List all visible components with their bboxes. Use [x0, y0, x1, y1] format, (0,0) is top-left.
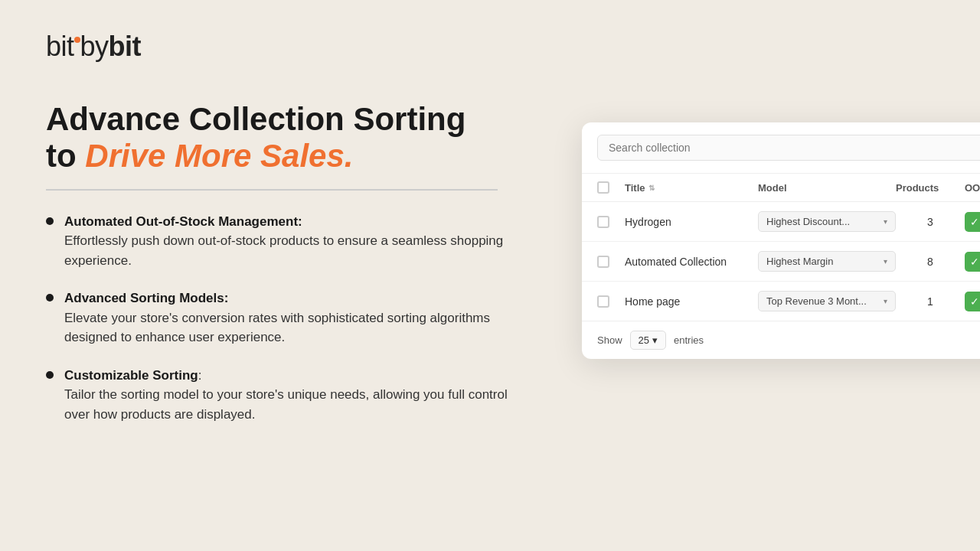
row-checkbox-2[interactable]	[597, 256, 609, 268]
table-body: Hydrogen Highest Discount... ▾ 3 ✓ Autom…	[582, 202, 980, 321]
feature-title-3: Customizable Sorting	[64, 368, 198, 383]
feature-text-2: Advanced Sorting Models: Elevate your st…	[64, 289, 536, 347]
row-title-3: Home page	[625, 295, 758, 308]
search-bar	[582, 122, 980, 174]
headline-line1: Advance Collection Sorting	[46, 101, 466, 137]
model-dropdown-1[interactable]: Highest Discount... ▾	[758, 211, 896, 232]
dropdown-arrow-2: ▾	[884, 257, 887, 266]
dropdown-arrow-3: ▾	[884, 297, 887, 305]
oos-badge-3[interactable]: ✓	[965, 292, 980, 311]
dropdown-arrow-1: ▾	[884, 217, 887, 226]
oos-badge-2[interactable]: ✓	[965, 252, 980, 272]
feature-title-2: Advanced Sorting Models:	[64, 291, 228, 305]
feature-text-3: Customizable Sorting: Tailor the sorting…	[64, 366, 536, 425]
model-value-1: Highest Discount...	[766, 216, 850, 227]
col-header-oos: OOS	[965, 182, 980, 194]
entries-dropdown-arrow: ▾	[652, 334, 658, 346]
oos-check-1: ✓	[970, 216, 979, 228]
row-title-2: Automated Collection	[625, 256, 758, 268]
search-input[interactable]	[597, 135, 980, 161]
feature-title-1: Automated Out-of-Stock Management:	[64, 214, 302, 229]
feature-title-suffix-3: :	[198, 368, 202, 383]
oos-check-3: ✓	[970, 295, 979, 308]
logo-dot	[74, 37, 80, 43]
entries-value: 25	[639, 334, 649, 346]
model-dropdown-2[interactable]: Highest Margin ▾	[758, 251, 896, 272]
table-row: Automated Collection Highest Margin ▾ 8 …	[582, 242, 980, 282]
col-title-label: Title	[625, 182, 645, 194]
entries-select[interactable]: 25 ▾	[630, 331, 666, 350]
bullet-2	[46, 294, 54, 302]
table-row: Hydrogen Highest Discount... ▾ 3 ✓	[582, 202, 980, 242]
row-checkbox-3[interactable]	[597, 295, 609, 308]
page-container: bitbybit Advance Collection Sorting to D…	[0, 0, 980, 551]
header-checkbox[interactable]	[597, 181, 609, 194]
show-label: Show	[597, 334, 622, 346]
row-title-1: Hydrogen	[625, 216, 758, 228]
right-column: Title ⇅ Model Products OOS Hydrogen High…	[582, 122, 980, 359]
feature-item-3: Customizable Sorting: Tailor the sorting…	[46, 366, 536, 425]
feature-desc-2: Elevate your store's conversion rates wi…	[64, 311, 490, 345]
model-value-2: Highest Margin	[766, 256, 833, 267]
headline-highlight: Drive More Sales.	[85, 138, 353, 174]
table-header: Title ⇅ Model Products OOS	[582, 174, 980, 202]
oos-badge-1[interactable]: ✓	[965, 212, 980, 232]
feature-desc-1: Effortlessly push down out-of-stock prod…	[64, 233, 503, 268]
logo: bitbybit	[46, 31, 536, 63]
headline: Advance Collection Sorting to Drive More…	[46, 101, 536, 175]
table-card: Title ⇅ Model Products OOS Hydrogen High…	[582, 122, 980, 359]
row-checkbox-1[interactable]	[597, 216, 609, 228]
products-count-3: 1	[896, 295, 965, 308]
sort-icon: ⇅	[648, 184, 655, 192]
logo-bit2: bit	[109, 31, 141, 62]
model-value-3: Top Revenue 3 Mont...	[766, 295, 867, 307]
col-header-products: Products	[896, 182, 965, 194]
divider	[46, 189, 498, 191]
model-dropdown-3[interactable]: Top Revenue 3 Mont... ▾	[758, 291, 896, 311]
logo-by: by	[80, 31, 109, 62]
logo-text: bitbybit	[46, 31, 141, 62]
feature-item-1: Automated Out-of-Stock Management: Effor…	[46, 212, 536, 271]
bullet-1	[46, 217, 54, 225]
table-footer: Show 25 ▾ entries	[582, 321, 980, 359]
feature-text-1: Automated Out-of-Stock Management: Effor…	[64, 212, 536, 271]
feature-item-2: Advanced Sorting Models: Elevate your st…	[46, 289, 536, 347]
bullet-3	[46, 371, 54, 379]
entries-label: entries	[674, 334, 704, 346]
feature-desc-3: Tailor the sorting model to your store's…	[64, 387, 508, 422]
products-count-2: 8	[896, 256, 965, 268]
left-column: bitbybit Advance Collection Sorting to D…	[46, 31, 536, 424]
products-count-1: 3	[896, 216, 965, 228]
table-row: Home page Top Revenue 3 Mont... ▾ 1 ✓	[582, 282, 980, 321]
logo-bit1: bit	[46, 31, 74, 62]
headline-line2-plain: to	[46, 138, 85, 174]
features-list: Automated Out-of-Stock Management: Effor…	[46, 212, 536, 425]
oos-check-2: ✓	[970, 256, 979, 268]
col-header-model: Model	[758, 182, 896, 194]
col-header-title: Title ⇅	[625, 182, 758, 194]
